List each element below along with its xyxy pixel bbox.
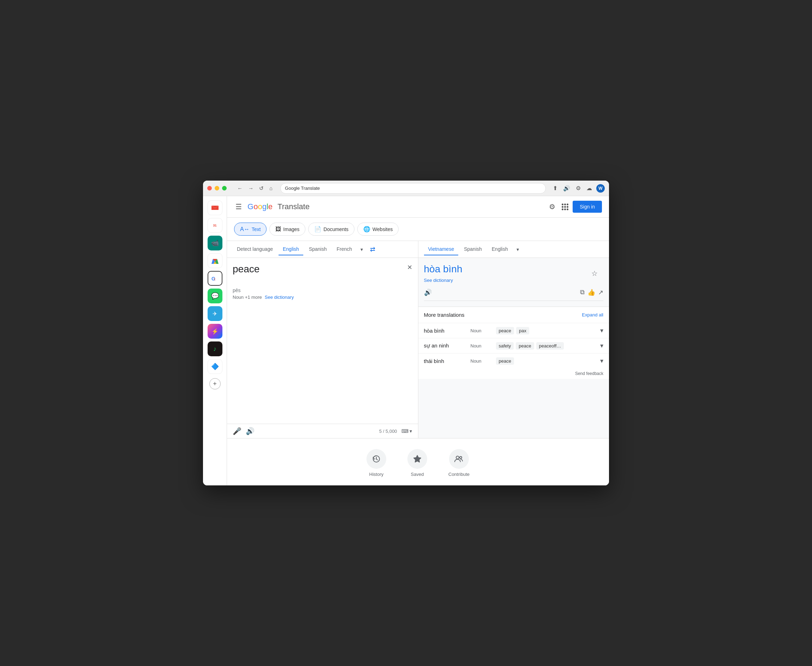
- header-settings-icon[interactable]: ⚙: [547, 200, 557, 213]
- sidebar-item-drive[interactable]: [208, 253, 222, 268]
- favorite-button[interactable]: ☆: [591, 269, 598, 278]
- expand-row-2-button[interactable]: ▾: [600, 342, 604, 349]
- see-dictionary-link[interactable]: See dictionary: [265, 295, 294, 300]
- target-result-wrapper: hòa bình ☆: [424, 264, 604, 275]
- address-bar[interactable]: Google Translate: [280, 183, 546, 194]
- target-lang-vietnamese[interactable]: Vietnamese: [424, 243, 459, 256]
- trans-word-2: sự an ninh: [424, 343, 466, 349]
- sidebar-item-meet[interactable]: 📹: [208, 236, 222, 251]
- trans-word-1: hòa bình: [424, 328, 466, 334]
- apps-grid-icon[interactable]: [562, 204, 568, 210]
- target-actions: ⧉ 👍 ↗: [580, 288, 604, 296]
- tab-documents[interactable]: 📄 Documents: [308, 223, 354, 236]
- sign-in-button[interactable]: Sign in: [573, 201, 602, 213]
- chevron-down-icon: ▾: [361, 247, 363, 252]
- trans-tag[interactable]: peaceoff…: [536, 342, 564, 349]
- send-feedback-link[interactable]: Send feedback: [418, 368, 609, 379]
- trans-tag[interactable]: peace: [496, 327, 514, 335]
- menu-icon[interactable]: ☰: [234, 201, 243, 213]
- history-icon: [367, 449, 386, 469]
- expand-row-3-button[interactable]: ▾: [600, 357, 604, 365]
- home-button[interactable]: ⌂: [267, 184, 275, 193]
- sidebar-item-calendar[interactable]: 31: [208, 218, 222, 233]
- swap-languages-button[interactable]: ⇄: [367, 243, 378, 256]
- source-text-input[interactable]: peace: [233, 264, 412, 285]
- add-app-button[interactable]: +: [209, 378, 221, 389]
- expand-all-button[interactable]: Expand all: [582, 312, 604, 318]
- target-lang-tabs: Vietnamese Spanish English ▾: [418, 241, 609, 258]
- expand-row-1-button[interactable]: ▾: [600, 326, 604, 335]
- target-volume-icon[interactable]: 🔊: [424, 288, 432, 296]
- cloud-icon[interactable]: ☁: [585, 183, 594, 193]
- mac-window: ← → ↺ ⌂ Google Translate ⬆ 🔊 ⚙ ☁ W 31: [203, 181, 609, 485]
- table-row: thái bình Noun peace ▾: [418, 353, 609, 368]
- source-lang-more[interactable]: ▾: [358, 244, 366, 255]
- clear-input-button[interactable]: ✕: [407, 264, 412, 271]
- sidebar-item-telegram[interactable]: ✈: [208, 306, 222, 321]
- address-text: Google Translate: [285, 186, 320, 191]
- sidebar-item-gmail[interactable]: [208, 200, 222, 215]
- contribute-label: Contribute: [448, 471, 470, 477]
- target-lang-english[interactable]: English: [488, 243, 512, 256]
- sidebar-item-messenger[interactable]: ⚡: [208, 324, 222, 339]
- saved-label: Saved: [411, 471, 424, 477]
- settings-icon[interactable]: ⚙: [574, 183, 582, 193]
- documents-tab-icon: 📄: [314, 226, 321, 232]
- more-translations-header: More translations Expand all: [418, 307, 609, 323]
- copy-icon[interactable]: ⧉: [580, 288, 585, 296]
- maximize-button[interactable]: [222, 186, 227, 191]
- contribute-button[interactable]: Contribute: [448, 449, 470, 477]
- trans-type-3: Noun: [471, 358, 492, 364]
- sidebar-dock: 31 📹 Gt 💬 ✈ ⚡: [203, 196, 227, 485]
- sidebar-item-spotify[interactable]: ♪: [208, 341, 222, 356]
- trans-tag[interactable]: peace: [496, 357, 514, 365]
- tab-images[interactable]: 🖼 Images: [270, 223, 305, 236]
- source-detect-language[interactable]: Detect language: [233, 243, 277, 256]
- table-row: hòa bình Noun peace pax ▾: [418, 323, 609, 338]
- trans-word-3: thái bình: [424, 358, 466, 364]
- target-lang-spanish[interactable]: Spanish: [460, 243, 486, 256]
- source-lang-spanish[interactable]: Spanish: [305, 243, 331, 256]
- microphone-icon[interactable]: 🎤: [233, 427, 241, 435]
- trans-type-1: Noun: [471, 328, 492, 333]
- images-tab-label: Images: [283, 226, 299, 232]
- sound-icon[interactable]: 🔊: [562, 183, 572, 193]
- close-button[interactable]: [207, 186, 212, 191]
- sidebar-item-slack[interactable]: 🔷: [208, 359, 222, 374]
- saved-button[interactable]: Saved: [407, 449, 427, 477]
- more-translations: More translations Expand all hòa bình No…: [418, 307, 609, 379]
- tab-websites[interactable]: 🌐 Websites: [357, 223, 399, 236]
- source-lang-french[interactable]: French: [332, 243, 356, 256]
- share-icon[interactable]: ⬆: [551, 183, 559, 193]
- back-button[interactable]: ←: [235, 184, 245, 193]
- target-result-area: hòa bình ☆ See dictionary 🔊 ⧉ 👍 ↗: [418, 258, 609, 307]
- share-translation-icon[interactable]: ↗: [598, 288, 604, 296]
- profile-button[interactable]: W: [596, 184, 605, 193]
- minimize-button[interactable]: [215, 186, 219, 191]
- char-count: 5 / 5,000: [379, 429, 397, 434]
- source-lang-english[interactable]: English: [279, 243, 303, 256]
- source-lang-tabs: Detect language English Spanish French ▾…: [227, 241, 418, 258]
- app-layout: 31 📹 Gt 💬 ✈ ⚡: [203, 196, 609, 485]
- trans-tag[interactable]: safety: [496, 342, 514, 349]
- trans-type-2: Noun: [471, 343, 492, 348]
- source-volume-icon[interactable]: 🔊: [246, 427, 255, 435]
- text-tab-label: Text: [252, 226, 261, 232]
- sidebar-item-translate[interactable]: Gt: [208, 271, 222, 286]
- svg-point-10: [460, 457, 462, 458]
- sidebar-item-whatsapp[interactable]: 💬: [208, 288, 222, 303]
- history-button[interactable]: History: [367, 449, 386, 477]
- tab-text[interactable]: A↔ Text: [234, 223, 266, 236]
- history-label: History: [369, 471, 384, 477]
- refresh-button[interactable]: ↺: [257, 184, 266, 193]
- target-lang-more[interactable]: ▾: [514, 244, 522, 255]
- trans-tag[interactable]: peace: [516, 342, 534, 349]
- websites-tab-label: Websites: [372, 226, 393, 232]
- trans-tag[interactable]: pax: [516, 327, 529, 335]
- forward-button[interactable]: →: [246, 184, 256, 193]
- more-translations-title: More translations: [424, 312, 465, 318]
- thumbs-up-icon[interactable]: 👍: [587, 288, 595, 296]
- toolbar-icons: ⬆ 🔊 ⚙ ☁ W: [551, 183, 605, 193]
- keyboard-button[interactable]: ⌨ ▾: [402, 428, 412, 434]
- target-see-dictionary-link[interactable]: See dictionary: [424, 278, 604, 283]
